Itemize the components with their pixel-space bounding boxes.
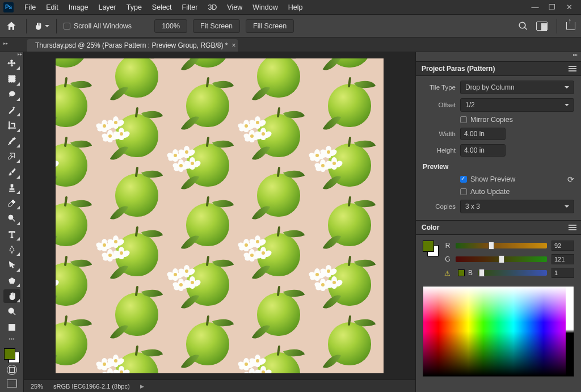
- window-close-button[interactable]: ✕: [561, 1, 578, 14]
- tool-magic-wand[interactable]: [3, 103, 20, 117]
- status-zoom[interactable]: 25%: [31, 383, 43, 390]
- g-slider[interactable]: [456, 256, 547, 262]
- tool-brush[interactable]: [3, 165, 20, 179]
- foreground-background-colors[interactable]: [4, 348, 20, 363]
- search-icon[interactable]: [518, 21, 528, 31]
- menu-window[interactable]: Window: [247, 3, 283, 11]
- tool-dodge[interactable]: [3, 212, 20, 225]
- menu-filter[interactable]: Filter: [177, 3, 203, 11]
- svg-rect-0: [9, 75, 15, 82]
- tool-hand[interactable]: [3, 289, 20, 303]
- checkbox-icon: [460, 176, 467, 183]
- window-minimize-button[interactable]: —: [527, 1, 544, 14]
- screen-mode-toggle[interactable]: [7, 380, 17, 387]
- pattern-panel-title: Project Paras (Pattern): [422, 65, 495, 73]
- height-field[interactable]: 4.00 in: [460, 144, 506, 157]
- gamut-warning-icon[interactable]: ⚠: [444, 269, 452, 276]
- menu-type[interactable]: Type: [121, 3, 147, 11]
- right-panel-dock: ▸▸ Project Paras (Pattern) Tile Type Dro…: [415, 52, 581, 392]
- mirror-copies-checkbox[interactable]: Mirror Copies: [460, 116, 513, 124]
- offset-dropdown[interactable]: 1/2: [460, 98, 574, 112]
- fit-screen-button[interactable]: Fit Screen: [193, 19, 240, 33]
- g-value[interactable]: 121: [551, 254, 574, 264]
- color-panel-header[interactable]: Color: [416, 220, 581, 235]
- refresh-preview-icon[interactable]: ⟳: [567, 175, 574, 184]
- menu-layer[interactable]: Layer: [93, 3, 121, 11]
- show-preview-checkbox[interactable]: Show Preview: [460, 175, 515, 183]
- menu-edit[interactable]: Edit: [41, 3, 64, 11]
- divider: [557, 19, 557, 33]
- copies-dropdown[interactable]: 3 x 3: [460, 200, 574, 213]
- menu-help[interactable]: Help: [283, 3, 308, 11]
- width-field[interactable]: 4.00 in: [460, 128, 506, 140]
- left-dock-expander[interactable]: ▸▸: [3, 41, 8, 46]
- tool-artboard[interactable]: [3, 321, 20, 334]
- canvas[interactable]: [24, 52, 415, 380]
- tool-marquee[interactable]: [3, 72, 20, 86]
- document-tab[interactable]: Thursday.psd @ 25% (Paras Pattern : Prev…: [27, 39, 238, 52]
- canvas-area: 25% sRGB IEC61966-2.1 (8bpc) ▶: [24, 52, 415, 392]
- checkbox-icon: [460, 116, 467, 123]
- menu-3d[interactable]: 3D: [203, 3, 222, 11]
- menu-file[interactable]: File: [19, 3, 41, 11]
- divider: [56, 19, 57, 33]
- tool-crop[interactable]: [3, 119, 20, 132]
- tool-type[interactable]: [3, 227, 20, 241]
- tool-move[interactable]: [3, 57, 20, 70]
- tile-type-dropdown[interactable]: Drop by Column: [460, 81, 574, 94]
- tool-preset-picker[interactable]: [33, 18, 49, 34]
- b-value[interactable]: 1: [551, 268, 574, 278]
- tool-path-select[interactable]: [3, 258, 20, 272]
- quick-mask-toggle[interactable]: [7, 365, 17, 375]
- tool-shape[interactable]: [3, 274, 20, 288]
- menu-view[interactable]: View: [222, 3, 247, 11]
- status-color-profile[interactable]: sRGB IEC61966-2.1 (8bpc): [53, 383, 130, 390]
- width-label: Width: [423, 130, 456, 137]
- r-slider[interactable]: [456, 243, 547, 248]
- fg-swatch[interactable]: [423, 241, 434, 252]
- menu-image[interactable]: Image: [64, 3, 94, 11]
- tool-healing[interactable]: [3, 150, 20, 163]
- right-dock-expander[interactable]: ▸▸: [416, 52, 581, 61]
- workspace-switcher[interactable]: [536, 22, 548, 31]
- copies-label: Copies: [423, 203, 456, 210]
- svg-point-3: [9, 308, 14, 313]
- color-panel-body: R 92 G 121 ⚠ B 1: [416, 235, 581, 377]
- panel-menu-icon[interactable]: [569, 66, 576, 71]
- b-slider[interactable]: [478, 270, 547, 276]
- tool-stamp[interactable]: [3, 181, 20, 195]
- auto-update-checkbox[interactable]: Auto Update: [460, 188, 510, 196]
- r-value[interactable]: 92: [551, 241, 574, 251]
- share-button[interactable]: [566, 22, 575, 30]
- window-restore-button[interactable]: ❐: [544, 1, 561, 14]
- show-preview-label: Show Preview: [470, 175, 515, 183]
- zoom-100-button[interactable]: 100%: [154, 19, 187, 33]
- gamut-swatch[interactable]: [458, 269, 465, 276]
- panel-menu-icon[interactable]: [569, 225, 576, 230]
- app-logo: Ps: [3, 2, 14, 12]
- home-button[interactable]: [3, 18, 19, 34]
- menu-select[interactable]: Select: [147, 3, 177, 11]
- color-spectrum[interactable]: [423, 286, 574, 377]
- foreground-color-swatch[interactable]: [4, 348, 15, 360]
- document-tab-title: Thursday.psd @ 25% (Paras Pattern : Prev…: [35, 41, 228, 49]
- svg-marker-2: [9, 277, 15, 283]
- tool-zoom[interactable]: [3, 305, 20, 318]
- preview-section-title: Preview: [423, 163, 574, 171]
- pattern-preview: [56, 58, 384, 373]
- tool-pen[interactable]: [3, 243, 20, 256]
- pattern-panel-header[interactable]: Project Paras (Pattern): [416, 61, 581, 76]
- close-tab-icon[interactable]: ×: [231, 41, 235, 49]
- scroll-all-windows-checkbox[interactable]: Scroll All Windows: [64, 22, 132, 30]
- color-swatch-pair[interactable]: [423, 241, 439, 256]
- bw-ramp[interactable]: [566, 286, 574, 376]
- status-bar: 25% sRGB IEC61966-2.1 (8bpc) ▶: [24, 380, 415, 392]
- fill-screen-button[interactable]: Fill Screen: [246, 19, 294, 33]
- tool-lasso[interactable]: [3, 88, 20, 102]
- status-flyout-icon[interactable]: ▶: [140, 383, 144, 389]
- tile-type-label: Tile Type: [423, 84, 456, 91]
- tools-panel: ▸▸ •••: [0, 52, 24, 392]
- tool-eyedropper[interactable]: [3, 134, 20, 148]
- tools-expander[interactable]: ▸▸: [18, 52, 22, 57]
- tool-eraser[interactable]: [3, 196, 20, 210]
